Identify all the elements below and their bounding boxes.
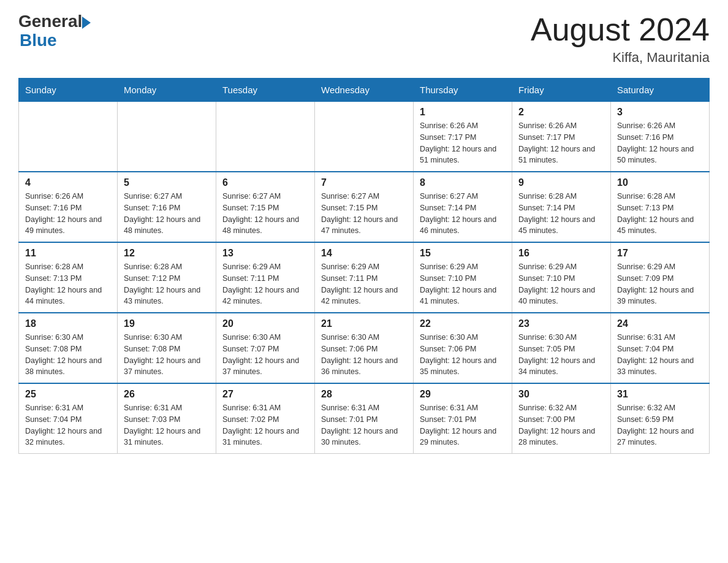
calendar-cell: 31Sunrise: 6:32 AM Sunset: 6:59 PM Dayli… (611, 383, 710, 454)
calendar-week-row: 4Sunrise: 6:26 AM Sunset: 7:16 PM Daylig… (19, 172, 710, 242)
day-of-week-header: Saturday (611, 79, 710, 102)
day-info: Sunrise: 6:29 AM Sunset: 7:11 PM Dayligh… (321, 261, 407, 307)
calendar-week-row: 1Sunrise: 6:26 AM Sunset: 7:17 PM Daylig… (19, 102, 710, 172)
day-info: Sunrise: 6:28 AM Sunset: 7:13 PM Dayligh… (25, 261, 111, 307)
calendar-cell: 26Sunrise: 6:31 AM Sunset: 7:03 PM Dayli… (118, 383, 216, 454)
calendar-header-row: SundayMondayTuesdayWednesdayThursdayFrid… (19, 79, 710, 102)
day-info: Sunrise: 6:31 AM Sunset: 7:03 PM Dayligh… (124, 402, 210, 448)
calendar-cell: 12Sunrise: 6:28 AM Sunset: 7:12 PM Dayli… (118, 242, 216, 313)
day-info: Sunrise: 6:31 AM Sunset: 7:01 PM Dayligh… (321, 402, 407, 448)
day-number: 21 (321, 318, 407, 329)
calendar-cell: 14Sunrise: 6:29 AM Sunset: 7:11 PM Dayli… (315, 242, 414, 313)
day-number: 15 (420, 248, 506, 259)
day-info: Sunrise: 6:27 AM Sunset: 7:15 PM Dayligh… (321, 191, 407, 237)
day-number: 26 (124, 389, 210, 400)
day-info: Sunrise: 6:30 AM Sunset: 7:08 PM Dayligh… (124, 332, 210, 378)
day-of-week-header: Wednesday (315, 79, 414, 102)
day-info: Sunrise: 6:26 AM Sunset: 7:16 PM Dayligh… (25, 191, 111, 237)
day-info: Sunrise: 6:26 AM Sunset: 7:17 PM Dayligh… (518, 120, 604, 166)
day-number: 27 (222, 389, 308, 400)
calendar-cell: 4Sunrise: 6:26 AM Sunset: 7:16 PM Daylig… (19, 172, 118, 242)
day-info: Sunrise: 6:32 AM Sunset: 7:00 PM Dayligh… (518, 402, 604, 448)
day-number: 11 (25, 248, 111, 259)
calendar-cell: 20Sunrise: 6:30 AM Sunset: 7:07 PM Dayli… (216, 313, 315, 383)
calendar-cell (315, 102, 414, 172)
day-info: Sunrise: 6:27 AM Sunset: 7:15 PM Dayligh… (222, 191, 308, 237)
day-info: Sunrise: 6:31 AM Sunset: 7:02 PM Dayligh… (222, 402, 308, 448)
day-number: 13 (222, 248, 308, 259)
calendar-cell: 17Sunrise: 6:29 AM Sunset: 7:09 PM Dayli… (611, 242, 710, 313)
day-number: 2 (518, 107, 604, 118)
day-info: Sunrise: 6:26 AM Sunset: 7:16 PM Dayligh… (617, 120, 703, 166)
day-info: Sunrise: 6:27 AM Sunset: 7:16 PM Dayligh… (124, 191, 210, 237)
day-number: 6 (222, 177, 308, 188)
day-info: Sunrise: 6:28 AM Sunset: 7:13 PM Dayligh… (617, 191, 703, 237)
day-info: Sunrise: 6:27 AM Sunset: 7:14 PM Dayligh… (420, 191, 506, 237)
calendar-cell (118, 102, 216, 172)
calendar-cell: 13Sunrise: 6:29 AM Sunset: 7:11 PM Dayli… (216, 242, 315, 313)
day-number: 20 (222, 318, 308, 329)
day-info: Sunrise: 6:30 AM Sunset: 7:05 PM Dayligh… (518, 332, 604, 378)
logo-arrow-icon (82, 17, 91, 29)
day-number: 18 (25, 318, 111, 329)
day-number: 12 (124, 248, 210, 259)
month-title: August 2024 (531, 12, 710, 47)
calendar-cell: 8Sunrise: 6:27 AM Sunset: 7:14 PM Daylig… (414, 172, 512, 242)
calendar-cell: 25Sunrise: 6:31 AM Sunset: 7:04 PM Dayli… (19, 383, 118, 454)
calendar-cell: 1Sunrise: 6:26 AM Sunset: 7:17 PM Daylig… (414, 102, 512, 172)
day-info: Sunrise: 6:29 AM Sunset: 7:09 PM Dayligh… (617, 261, 703, 307)
day-number: 16 (518, 248, 604, 259)
day-info: Sunrise: 6:31 AM Sunset: 7:04 PM Dayligh… (617, 332, 703, 378)
day-number: 17 (617, 248, 703, 259)
calendar-cell: 15Sunrise: 6:29 AM Sunset: 7:10 PM Dayli… (414, 242, 512, 313)
day-of-week-header: Thursday (414, 79, 512, 102)
day-info: Sunrise: 6:30 AM Sunset: 7:06 PM Dayligh… (420, 332, 506, 378)
calendar-cell: 2Sunrise: 6:26 AM Sunset: 7:17 PM Daylig… (512, 102, 611, 172)
calendar-cell (216, 102, 315, 172)
day-number: 4 (25, 177, 111, 188)
day-number: 29 (420, 389, 506, 400)
day-number: 7 (321, 177, 407, 188)
location: Kiffa, Mauritania (531, 50, 710, 66)
day-number: 9 (518, 177, 604, 188)
day-number: 5 (124, 177, 210, 188)
day-of-week-header: Tuesday (216, 79, 315, 102)
day-info: Sunrise: 6:30 AM Sunset: 7:08 PM Dayligh… (25, 332, 111, 378)
logo: General Blue (18, 12, 91, 50)
calendar-cell (19, 102, 118, 172)
calendar-cell: 24Sunrise: 6:31 AM Sunset: 7:04 PM Dayli… (611, 313, 710, 383)
day-number: 24 (617, 318, 703, 329)
calendar-cell: 30Sunrise: 6:32 AM Sunset: 7:00 PM Dayli… (512, 383, 611, 454)
day-number: 14 (321, 248, 407, 259)
day-of-week-header: Monday (118, 79, 216, 102)
day-number: 22 (420, 318, 506, 329)
day-number: 31 (617, 389, 703, 400)
day-number: 19 (124, 318, 210, 329)
calendar-cell: 18Sunrise: 6:30 AM Sunset: 7:08 PM Dayli… (19, 313, 118, 383)
day-of-week-header: Sunday (19, 79, 118, 102)
title-area: August 2024 Kiffa, Mauritania (531, 12, 710, 66)
calendar-cell: 16Sunrise: 6:29 AM Sunset: 7:10 PM Dayli… (512, 242, 611, 313)
calendar-cell: 7Sunrise: 6:27 AM Sunset: 7:15 PM Daylig… (315, 172, 414, 242)
calendar-table: SundayMondayTuesdayWednesdayThursdayFrid… (18, 78, 710, 454)
calendar-cell: 11Sunrise: 6:28 AM Sunset: 7:13 PM Dayli… (19, 242, 118, 313)
day-info: Sunrise: 6:31 AM Sunset: 7:04 PM Dayligh… (25, 402, 111, 448)
calendar-cell: 3Sunrise: 6:26 AM Sunset: 7:16 PM Daylig… (611, 102, 710, 172)
day-number: 10 (617, 177, 703, 188)
day-info: Sunrise: 6:31 AM Sunset: 7:01 PM Dayligh… (420, 402, 506, 448)
day-info: Sunrise: 6:29 AM Sunset: 7:10 PM Dayligh… (420, 261, 506, 307)
day-number: 25 (25, 389, 111, 400)
day-info: Sunrise: 6:26 AM Sunset: 7:17 PM Dayligh… (420, 120, 506, 166)
calendar-cell: 27Sunrise: 6:31 AM Sunset: 7:02 PM Dayli… (216, 383, 315, 454)
day-info: Sunrise: 6:28 AM Sunset: 7:14 PM Dayligh… (518, 191, 604, 237)
calendar-cell: 28Sunrise: 6:31 AM Sunset: 7:01 PM Dayli… (315, 383, 414, 454)
calendar-cell: 10Sunrise: 6:28 AM Sunset: 7:13 PM Dayli… (611, 172, 710, 242)
day-info: Sunrise: 6:29 AM Sunset: 7:11 PM Dayligh… (222, 261, 308, 307)
day-info: Sunrise: 6:30 AM Sunset: 7:07 PM Dayligh… (222, 332, 308, 378)
calendar-cell: 19Sunrise: 6:30 AM Sunset: 7:08 PM Dayli… (118, 313, 216, 383)
logo-blue: Blue (20, 31, 91, 50)
day-info: Sunrise: 6:28 AM Sunset: 7:12 PM Dayligh… (124, 261, 210, 307)
calendar-week-row: 11Sunrise: 6:28 AM Sunset: 7:13 PM Dayli… (19, 242, 710, 313)
calendar-cell: 9Sunrise: 6:28 AM Sunset: 7:14 PM Daylig… (512, 172, 611, 242)
calendar-cell: 6Sunrise: 6:27 AM Sunset: 7:15 PM Daylig… (216, 172, 315, 242)
